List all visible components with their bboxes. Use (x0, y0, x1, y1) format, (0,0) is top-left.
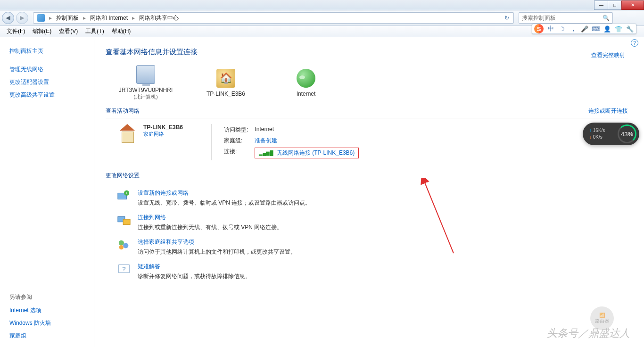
homegroup-sharing-desc: 访问位于其他网络计算机上的文件和打印机，或更改共享设置。 (138, 248, 296, 256)
homegroup-icon (117, 238, 131, 251)
download-arrow-icon: ↓ (589, 134, 592, 140)
signal-icon: ▂▄▆█ (259, 150, 273, 156)
troubleshoot-icon: ? (117, 263, 131, 276)
ime-lang-button[interactable]: 中 (546, 25, 555, 33)
setup-new-connection-desc: 设置无线、宽带、拨号、临时或 VPN 连接；或设置路由器或访问点。 (138, 199, 311, 207)
ime-user-icon[interactable]: 👤 (603, 25, 611, 33)
sidebar-home[interactable]: 控制面板主页 (9, 45, 89, 58)
breadcrumb-sharing-center[interactable]: 网络和共享中心 (137, 13, 181, 23)
menu-edit[interactable]: 编辑(E) (29, 26, 55, 37)
search-icon[interactable]: 🔍 (603, 15, 610, 21)
wireless-connection-link[interactable]: 无线网络连接 (TP-LINK_E3B6) (277, 149, 355, 156)
node-internet-label: Internet (266, 91, 346, 97)
see-also-internet-options[interactable]: Internet 选项 (9, 304, 89, 317)
breadcrumb[interactable]: ▸ 控制面板 ▸ 网络和 Internet ▸ 网络和共享中心 ↻ (33, 12, 514, 24)
sidebar-item-adapter[interactable]: 更改适配器设置 (9, 76, 89, 89)
back-button[interactable]: ◄ (2, 12, 14, 24)
connect-to-network-desc: 连接到或重新连接到无线、有线、拨号或 VPN 网络连接。 (138, 223, 282, 231)
menu-view[interactable]: 查看(V) (55, 26, 82, 37)
sogou-icon[interactable]: S (534, 24, 544, 33)
home-network-icon (117, 124, 138, 143)
ime-skin-icon[interactable]: 👕 (614, 25, 623, 33)
forward-button[interactable]: ► (16, 12, 28, 24)
svg-point-5 (119, 240, 124, 246)
active-network-name: TP-LINK_E3B6 (143, 124, 183, 131)
ime-mic-icon[interactable]: 🎤 (580, 25, 589, 33)
sidebar-item-wireless[interactable]: 管理无线网络 (9, 63, 89, 76)
see-also-firewall[interactable]: Windows 防火墙 (9, 317, 89, 330)
chevron-right-icon: ▸ (81, 15, 88, 21)
sidebar-item-sharing[interactable]: 更改高级共享设置 (9, 89, 89, 101)
search-input[interactable] (522, 15, 603, 21)
network-map: JRT3WT9VU0PNHRI (此计算机) TP-LINK_E3B6 Inte… (106, 65, 628, 100)
access-type-value: Internet (255, 125, 364, 135)
computer-icon (136, 65, 155, 84)
setup-new-connection-link[interactable]: 设置新的连接或网络 (138, 189, 311, 197)
connect-disconnect-link[interactable]: 连接或断开连接 (588, 107, 628, 115)
ime-punct-icon[interactable]: ， (569, 25, 578, 33)
page-title: 查看基本网络信息并设置连接 (106, 48, 628, 57)
node-pc-label: JRT3WT9VU0PNHRI (106, 87, 186, 93)
menu-file[interactable]: 文件(F) (3, 26, 29, 37)
menu-tools[interactable]: 工具(T) (82, 26, 107, 37)
ime-settings-icon[interactable]: 🔧 (626, 25, 634, 33)
upload-arrow-icon: ↑ (589, 128, 592, 133)
window-titlebar: — □ ✕ (0, 0, 644, 10)
maximize-button[interactable]: □ (608, 0, 622, 10)
svg-text:+: + (125, 191, 128, 196)
globe-icon (297, 69, 315, 88)
minimize-button[interactable]: — (594, 0, 608, 10)
see-also-homegroup[interactable]: 家庭组 (9, 330, 89, 342)
homegroup-sharing-link[interactable]: 选择家庭组和共享选项 (138, 238, 296, 246)
troubleshoot-desc: 诊断并修复网络问题，或获得故障排除信息。 (138, 273, 251, 281)
ime-keyboard-icon[interactable]: ⌨ (592, 25, 600, 33)
chevron-right-icon: ▸ (47, 15, 54, 21)
main-content: 查看基本网络信息并设置连接 查看完整映射 JRT3WT9VU0PNHRI (此计… (94, 37, 644, 347)
svg-rect-4 (123, 219, 130, 224)
download-speed: 0K/s (593, 134, 603, 140)
node-router-label: TP-LINK_E3B6 (186, 91, 266, 97)
refresh-icon[interactable]: ↻ (502, 15, 512, 21)
svg-text:?: ? (122, 265, 125, 273)
svg-point-7 (119, 245, 124, 249)
watermark-text: 头条号／鼎盛达人 (547, 326, 630, 340)
connection-highlight-box: ▂▄▆█ 无线网络连接 (TP-LINK_E3B6) (255, 148, 359, 158)
control-panel-icon (37, 14, 45, 22)
see-also-heading: 另请参阅 (9, 293, 89, 301)
speed-percent: 43% (618, 124, 636, 143)
homegroup-link[interactable]: 准备创建 (255, 137, 277, 144)
router-icon (216, 69, 235, 88)
new-connection-icon: + (117, 189, 131, 202)
homegroup-key: 家庭组: (224, 136, 254, 146)
chevron-right-icon: ▸ (130, 15, 137, 21)
upload-speed: 16K/s (593, 128, 605, 133)
search-box[interactable]: 🔍 (519, 12, 613, 24)
active-network-type[interactable]: 家庭网络 (143, 131, 183, 138)
close-button[interactable]: ✕ (621, 0, 644, 10)
menu-help[interactable]: 帮助(H) (108, 26, 135, 37)
view-full-map-link[interactable]: 查看完整映射 (591, 51, 625, 59)
ime-toolbar[interactable]: S 中 ☽ ， 🎤 ⌨ 👤 👕 🔧 (532, 24, 636, 34)
speed-widget[interactable]: ↑ 16K/s ↓ 0K/s 43% (583, 123, 639, 145)
node-pc-sublabel: (此计算机) (106, 93, 186, 100)
access-type-key: 访问类型: (224, 125, 254, 135)
breadcrumb-network-internet[interactable]: 网络和 Internet (88, 13, 130, 23)
change-settings-heading: 更改网络设置 (106, 172, 628, 180)
sidebar: 控制面板主页 管理无线网络 更改适配器设置 更改高级共享设置 另请参阅 Inte… (0, 37, 94, 347)
breadcrumb-control-panel[interactable]: 控制面板 (54, 13, 81, 23)
ime-moon-icon[interactable]: ☽ (558, 25, 566, 33)
connect-to-network-link[interactable]: 连接到网络 (138, 214, 282, 222)
troubleshoot-link[interactable]: 疑难解答 (138, 263, 251, 271)
active-networks-heading: 查看活动网络 (106, 107, 588, 115)
connection-key: 连接: (224, 147, 254, 159)
svg-point-6 (123, 243, 128, 248)
connect-network-icon (117, 214, 131, 227)
